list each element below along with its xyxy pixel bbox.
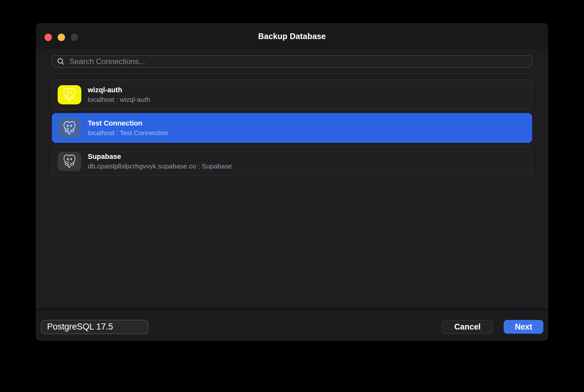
connection-list-item[interactable]: Supabase db.cpaislpllslpcrhgvvyk.supabas… <box>52 146 532 176</box>
zoom-window-button <box>71 34 78 41</box>
dialog-content: wizql-auth localhost : wizql-auth <box>36 49 548 309</box>
search-input[interactable] <box>69 57 527 66</box>
connection-list-item[interactable]: Test Connection localhost : Test Connect… <box>52 113 532 143</box>
connection-detail: localhost : wizql-auth <box>88 95 150 104</box>
connection-name: Test Connection <box>88 118 168 128</box>
traffic-lights <box>45 34 78 41</box>
close-window-button[interactable] <box>45 34 52 41</box>
connection-list-item[interactable]: wizql-auth localhost : wizql-auth <box>52 80 532 110</box>
connection-detail: db.cpaislpllslpcrhgvvyk.supabase.co : Su… <box>88 161 232 171</box>
search-icon <box>57 57 65 66</box>
connection-name: wizql-auth <box>88 85 150 95</box>
postgres-elephant-icon <box>58 85 81 104</box>
divider <box>52 74 532 74</box>
next-button[interactable]: Next <box>504 320 543 334</box>
cancel-button[interactable]: Cancel <box>442 320 493 334</box>
postgres-elephant-icon <box>58 118 81 138</box>
title-bar: Backup Database <box>36 23 548 49</box>
connection-text: Test Connection localhost : Test Connect… <box>88 118 168 137</box>
connection-text: Supabase db.cpaislpllslpcrhgvvyk.supabas… <box>88 152 232 171</box>
connection-name: Supabase <box>88 152 232 161</box>
minimize-window-button[interactable] <box>58 34 65 41</box>
postgres-version-select[interactable]: PostgreSQL 17.5 <box>41 320 148 334</box>
connection-detail: localhost : Test Connection <box>88 128 168 137</box>
page-title: Backup Database <box>258 32 326 41</box>
footer-bar: PostgreSQL 17.5 Cancel Next <box>36 309 548 341</box>
connection-list: wizql-auth localhost : wizql-auth <box>52 80 532 176</box>
backup-database-dialog: Backup Database <box>36 23 548 341</box>
postgres-elephant-icon <box>58 152 81 171</box>
connection-text: wizql-auth localhost : wizql-auth <box>88 85 150 104</box>
search-field[interactable] <box>52 55 532 68</box>
